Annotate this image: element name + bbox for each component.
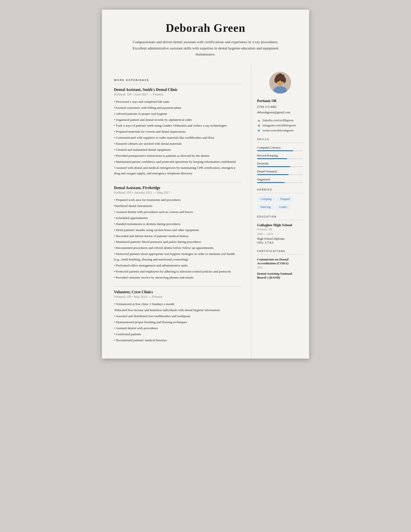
bullet: Assisted with dental and medical emergen… bbox=[114, 165, 241, 176]
skill-bar-fill bbox=[257, 182, 285, 183]
skill-name: Computer Literacy bbox=[257, 146, 303, 150]
bullet: Protected patients and employees by adhe… bbox=[114, 269, 241, 275]
bullet: Comforted patients bbox=[114, 332, 241, 337]
skill-bar-bg bbox=[257, 174, 303, 175]
bullet: Communicated with suppliers to order mat… bbox=[114, 135, 241, 141]
hobbies-list: Camping Origami Dancing Guitar bbox=[257, 196, 303, 210]
job-bullets-1: Processed x rays and completed lab tasks… bbox=[114, 99, 241, 176]
work-divider bbox=[114, 84, 241, 84]
skill-name: Detail-Oriented bbox=[257, 170, 303, 173]
bullet: Demonstrated proper brushing and flossin… bbox=[114, 320, 241, 325]
sidebar-column: Portland, OR (578) 173-4982 deborahgreen… bbox=[251, 65, 309, 359]
skill-bar-fill bbox=[257, 174, 289, 175]
bullet: Dried patients' mouths using suction hos… bbox=[114, 228, 241, 233]
certifications-divider bbox=[257, 254, 303, 255]
skills-section-title: SKILLS bbox=[257, 138, 303, 141]
linkedin-url: linkedin.com/in/dbhgreen bbox=[263, 119, 294, 122]
skill-computer-literacy: Computer Literacy bbox=[257, 146, 303, 151]
svg-point-7 bbox=[281, 80, 283, 82]
contact-city: Portland, OR bbox=[257, 98, 303, 104]
job-divider-2 bbox=[114, 286, 241, 286]
bullet: Assisted dentist with procedures such as… bbox=[114, 209, 241, 215]
skill-bar-bg bbox=[257, 182, 303, 183]
avatar bbox=[269, 72, 291, 94]
contact-info: Portland, OR (578) 173-4982 deborahgreen… bbox=[257, 98, 303, 115]
skills-list: Computer Literacy Record-Keeping Dexteri… bbox=[257, 146, 303, 183]
bullet: Ensured cabinets are stocked with dental… bbox=[114, 141, 241, 147]
contact-phone: (578) 173-4982 bbox=[257, 104, 303, 109]
resume-summary: Compassionate and driven dental assistan… bbox=[128, 39, 283, 57]
skill-bar-fill bbox=[257, 150, 293, 151]
skill-name: Dexterity bbox=[257, 162, 303, 165]
resume-header: Deborah Green Compassionate and driven d… bbox=[102, 10, 309, 65]
cert-name-2: Dental Assisting National Board's (DANB) bbox=[257, 272, 303, 279]
bullet: Monitored patients' blood pressures and … bbox=[114, 239, 241, 245]
skill-bar-fill bbox=[257, 158, 287, 159]
skills-divider bbox=[257, 142, 303, 143]
bullet: Prepared work area for treatments and pr… bbox=[114, 197, 241, 203]
social-links: in linkedin.com/in/dbhgreen ◎ instagram.… bbox=[257, 119, 303, 133]
work-experience-title: WORK EXPERIENCE bbox=[114, 79, 241, 82]
social-instagram: ◎ instagram.com/debbiegreen bbox=[257, 124, 303, 128]
twitter-url: twitter.com/deborahgreen bbox=[263, 129, 293, 133]
job-title-3: Volunteer, Crest Clinics bbox=[114, 290, 241, 294]
bullet: Maintained patient confidence and protec… bbox=[114, 159, 241, 165]
job-block-2: Dental Assistant, Fivebridge Portland, O… bbox=[114, 186, 241, 280]
certifications-list: Commission on Dental Accreditation (CODA… bbox=[257, 257, 303, 279]
certifications-section-title: CERTIFICATIONS bbox=[257, 250, 303, 253]
bullet: Scheduled appointments bbox=[114, 215, 241, 221]
hobby-guitar: Guitar bbox=[276, 204, 290, 210]
cert-year-1: 2011 bbox=[257, 266, 303, 269]
bullet: Cleaned and maintained dental equipment bbox=[114, 147, 241, 153]
skill-bar-bg bbox=[257, 166, 303, 167]
skill-name: Record-Keeping bbox=[257, 154, 303, 157]
skill-name: Organized bbox=[257, 178, 303, 181]
bullet: Volunteered at free clinic 3 Sundays a m… bbox=[114, 302, 241, 307]
bullet: Documented procedures and refresh dentis… bbox=[114, 245, 241, 251]
job-title-2: Dental Assistant, Fivebridge bbox=[114, 186, 241, 190]
bullet: Provided postoperative instructions to p… bbox=[114, 153, 241, 159]
school-location: Portland, OR bbox=[257, 228, 303, 231]
hobbies-section-title: HOBBIES bbox=[257, 188, 303, 191]
cert-name-1: Commission on Dental Accreditation (CODA… bbox=[257, 257, 303, 265]
bullet: Advised patients in proper oral hygiene bbox=[114, 111, 241, 117]
bullet: Assisted dentist with procedures bbox=[114, 326, 241, 331]
bullet: Assisted customers with billing and paym… bbox=[114, 105, 241, 111]
work-experience-section: WORK EXPERIENCE Dental Assistant, Smith'… bbox=[114, 79, 241, 343]
svg-point-5 bbox=[278, 73, 283, 78]
job-meta-2: Portland, OR • January 2011 — May 2017 bbox=[114, 191, 241, 194]
skill-bar-bg bbox=[257, 150, 303, 151]
candidate-name: Deborah Green bbox=[121, 21, 290, 35]
resume-document: Deborah Green Compassionate and driven d… bbox=[102, 10, 309, 359]
job-title-1: Dental Assistant, Smith's Dental Clinic bbox=[114, 87, 241, 92]
resume-body: WORK EXPERIENCE Dental Assistant, Smith'… bbox=[102, 65, 309, 359]
bullet: Prepared materials for crowns and dental… bbox=[114, 129, 241, 134]
school-degree: High School Diploma bbox=[257, 237, 303, 241]
social-linkedin: in linkedin.com/in/dbhgreen bbox=[257, 119, 303, 123]
bullet: Organized patient and dental records by … bbox=[114, 117, 241, 123]
school-gpa: GPA: 3.7/4.0 bbox=[257, 241, 303, 245]
instagram-url: instagram.com/debbiegreen bbox=[263, 124, 296, 127]
linkedin-icon: in bbox=[257, 119, 261, 123]
education-section-title: EDUCATION bbox=[257, 215, 303, 218]
bullet: Educated low-income and homeless individ… bbox=[114, 307, 241, 313]
social-twitter: 🐦 twitter.com/deborahgreen bbox=[257, 129, 303, 133]
svg-point-6 bbox=[278, 80, 279, 82]
bullet: Sterilized dental instruments bbox=[114, 203, 241, 209]
hobby-camping: Camping bbox=[257, 196, 275, 202]
bullet: Took x-rays of patients' teeth using Gen… bbox=[114, 123, 241, 129]
job-divider-1 bbox=[114, 182, 241, 182]
bullet: Documented patients' medical histories bbox=[114, 338, 241, 343]
job-block-1: Dental Assistant, Smith's Dental Clinic … bbox=[114, 87, 241, 176]
hobby-origami: Origami bbox=[277, 196, 294, 202]
skill-detail-oriented: Detail-Oriented bbox=[257, 170, 303, 175]
bullet: Recorded and inform doctor of patients' … bbox=[114, 233, 241, 239]
job-block-3: Volunteer, Crest Clinics Portland, OR • … bbox=[114, 290, 241, 343]
svg-point-4 bbox=[283, 77, 286, 83]
hobby-dancing: Dancing bbox=[257, 204, 274, 210]
bullet: Processed x rays and completed lab tasks bbox=[114, 99, 241, 105]
school-years: 2006 — 2010 bbox=[257, 232, 303, 236]
bullet: Performed office management and administ… bbox=[114, 263, 241, 268]
main-column: WORK EXPERIENCE Dental Assistant, Smith'… bbox=[102, 65, 251, 359]
twitter-icon: 🐦 bbox=[257, 129, 261, 133]
